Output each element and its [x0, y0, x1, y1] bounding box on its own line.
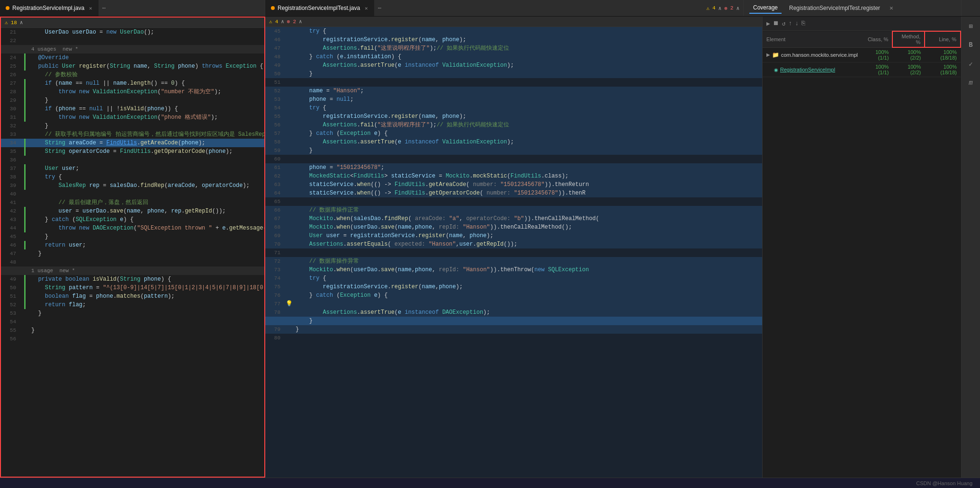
- error-count-right: 2: [730, 5, 734, 11]
- col-method-pct[interactable]: Method, %: [892, 31, 925, 47]
- export-down-icon[interactable]: ↓: [795, 20, 799, 27]
- line-pct-2: 100% (18/18): [925, 62, 961, 77]
- copy-icon[interactable]: ⎘: [801, 20, 805, 27]
- r-line-56: 56 Assertions.fail("这里说明程序挂了");// 如果执行代码…: [265, 121, 762, 129]
- warning-badge-right: ⚠ 4 ∧ ⊗ 2 ∧: [702, 0, 743, 16]
- coverage-table-container: Element Class, % Method, % Line, % ▶: [763, 31, 961, 478]
- r-line-67: 67 Mockito.when(salesDao.findRep( areaCo…: [265, 214, 762, 223]
- r-line-48: 48 } catch (e.instantiation) {: [265, 53, 762, 61]
- code-line-29: 29 }: [1, 96, 264, 105]
- method-pct-1: 100% (2/2): [892, 47, 925, 62]
- code-line-55: 55 }: [1, 326, 264, 335]
- element-class: ◉ RegistrationServiceImpl: [763, 62, 862, 77]
- r-line-65: 65: [265, 197, 762, 206]
- tab-left-label: RegistrationServiceImpl.java: [12, 5, 84, 11]
- tab-left-file[interactable]: RegistrationServiceImpl.java ✕: [0, 0, 99, 16]
- code-line-47: 47 }: [1, 249, 264, 258]
- code-line-40: 40: [1, 190, 264, 198]
- code-line-53: 53 }: [1, 309, 264, 318]
- coverage-close-btn[interactable]: ✕: [890, 4, 893, 12]
- stop-coverage-icon[interactable]: ⏹: [773, 20, 779, 27]
- code-line-54: 54: [1, 318, 264, 326]
- r-line-68: 68 Mockito.when(userDao.save(name,phone,…: [265, 223, 762, 231]
- tab-right-label: RegistrationServiceImplTest.java: [278, 5, 360, 11]
- tab-more-left[interactable]: ⋯: [99, 0, 109, 16]
- sidebar-icon-grid[interactable]: ⊞: [965, 20, 977, 32]
- code-line-25: 25 public User register(String name, Str…: [1, 62, 264, 71]
- sidebar-icon-m[interactable]: m: [965, 77, 977, 89]
- code-line-48: 48: [1, 258, 264, 266]
- close-icon-right[interactable]: ✕: [365, 5, 368, 11]
- rerun-coverage-icon[interactable]: ↺: [782, 20, 786, 27]
- r-line-61: 61 phone = "15012345678";: [265, 163, 762, 172]
- col-class-pct[interactable]: Class, %: [862, 31, 892, 47]
- code-line-26: 26 // 参数校验: [1, 71, 264, 79]
- coverage-tab[interactable]: Coverage: [749, 2, 782, 14]
- code-line-37: 37 User user;: [1, 164, 264, 173]
- coverage-test-name[interactable]: RegistrationServiceImplTest.register: [785, 3, 884, 13]
- r-line-50: 50 }: [265, 70, 762, 78]
- code-line-35: 35 String operatorCode = FindUtils.getOp…: [1, 147, 264, 156]
- coverage-panel: ▶ ⏹ ↺ ↑ ↓ ⎘ Element Class, % Method, % L…: [762, 17, 961, 478]
- code-meta-1: 4 usages new *: [1, 45, 264, 53]
- code-line-28: 28 throw new ValidationException("number…: [1, 88, 264, 96]
- r-line-79: 79 }: [265, 325, 762, 334]
- method-pct-2: 100% (2/2): [892, 62, 925, 77]
- code-meta-2: 1 usage new *: [1, 266, 264, 275]
- r-line-47: 47 Assertions.fail("这里说明程序挂了");// 如果执行代码…: [265, 44, 762, 53]
- warning-bar-right: ⚠4 ∧ ⊗2 ∧: [265, 17, 762, 27]
- code-line-30: 30 if (phone == null || !isValid(phone))…: [1, 105, 264, 113]
- sidebar-icon-bold[interactable]: B: [965, 39, 977, 51]
- run-coverage-icon[interactable]: ▶: [766, 20, 770, 27]
- r-line-49: 49 Assertions.assertTrue(e instanceof Va…: [265, 61, 762, 70]
- line-pct-1: 100% (18/18): [925, 47, 961, 62]
- bottom-bar-text: CSDN @Hanson Huang: [916, 480, 972, 486]
- tab-right-file[interactable]: RegistrationServiceImplTest.java ✕: [265, 0, 374, 16]
- r-line-60: 60: [265, 155, 762, 163]
- editor-left: ⚠ 18 ∧ 21 UserDao userDao = new UserDao(…: [0, 17, 265, 478]
- r-line-73: 73 Mockito.when(userDao.save(name,phone,…: [265, 266, 762, 274]
- code-line-24: 24 @Override: [1, 53, 264, 62]
- close-icon-left[interactable]: ✕: [89, 5, 92, 11]
- code-area-left[interactable]: 21 UserDao userDao = new UserDao(); 22 4…: [1, 28, 264, 477]
- r-line-76: 76 } catch (Exception e) {: [265, 291, 762, 300]
- r-line-72: 72 // 数据库操作异常: [265, 257, 762, 266]
- col-line-pct[interactable]: Line, %: [925, 31, 961, 47]
- tab-dot-left: [6, 6, 9, 10]
- r-line-52: 52 name = "Hanson";: [265, 87, 762, 95]
- folder-name-1: com.hanson.mockito.service.impl: [781, 52, 858, 58]
- code-line-31: 31 throw new ValidationException("phone …: [1, 113, 264, 122]
- code-line-33: 33 // 获取手机号归属地编号 拍运营商编号，然后通过编号找到对应区域内是 S…: [1, 130, 264, 139]
- tab-more-right[interactable]: ⋯: [374, 0, 385, 16]
- code-line-36: 36: [1, 156, 264, 164]
- r-line-78b: }: [265, 317, 762, 325]
- element-folder: ▶ 📁 com.hanson.mockito.service.impl: [763, 47, 862, 62]
- r-line-57: 57 } catch (Exception e) {: [265, 129, 762, 138]
- r-line-66: 66 // 数据库操作正常: [265, 206, 762, 214]
- code-line-52: 52 return flag;: [1, 301, 264, 309]
- coverage-toolbar: ▶ ⏹ ↺ ↑ ↓ ⎘: [763, 17, 961, 31]
- bulb-icon[interactable]: 💡: [286, 300, 293, 308]
- coverage-header-section: Coverage RegistrationServiceImplTest.reg…: [743, 0, 961, 16]
- export-up-icon[interactable]: ↑: [789, 20, 792, 27]
- coverage-row-2[interactable]: ◉ RegistrationServiceImpl 100% (1/1) 100…: [763, 62, 961, 77]
- code-area-right[interactable]: 45 try { 46 registrationService.register…: [265, 27, 762, 478]
- r-line-54: 54 try {: [265, 104, 762, 112]
- right-sidebar: ⊞ B ✓ m: [961, 17, 980, 478]
- r-line-55: 55 registrationService.register(name, ph…: [265, 112, 762, 121]
- code-line-32: 32 }: [1, 122, 264, 130]
- code-line-42: 42 user = userDao.save(name, phone, rep.…: [1, 207, 264, 215]
- r-line-46: 46 registrationService.register(name, ph…: [265, 35, 762, 44]
- coverage-row-1[interactable]: ▶ 📁 com.hanson.mockito.service.impl 100%…: [763, 47, 961, 62]
- code-line-34: 34 String areaCode = FindUtils.getAreaCo…: [1, 139, 264, 147]
- code-line-44: 44 throw new DAOException("SQLException …: [1, 224, 264, 232]
- r-line-69: 69 User user = registrationService.regis…: [265, 231, 762, 240]
- class-name-1: RegistrationServiceImpl: [780, 67, 835, 72]
- r-line-53: 53 phone = null;: [265, 95, 762, 104]
- r-line-63: 63 staticService.when(() -> FindUtils.ge…: [265, 180, 762, 189]
- bottom-status-bar: CSDN @Hanson Huang: [0, 478, 980, 488]
- r-line-58: 58 Assertions.assertTrue(e instanceof Va…: [265, 138, 762, 146]
- col-element[interactable]: Element: [763, 31, 862, 47]
- sidebar-icon-check[interactable]: ✓: [965, 58, 977, 70]
- r-line-77: 77 💡: [265, 300, 762, 308]
